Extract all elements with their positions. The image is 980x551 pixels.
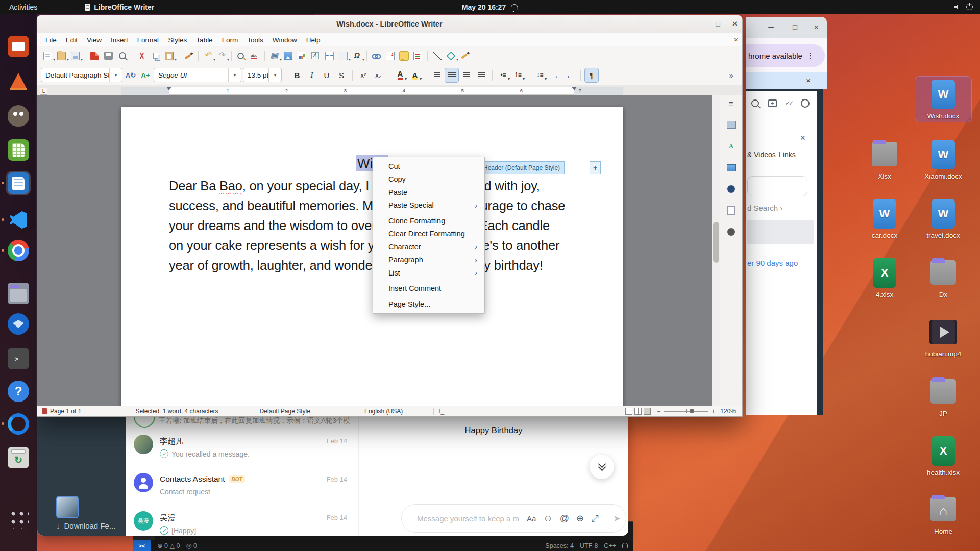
menu-format[interactable]: Format xyxy=(133,35,164,45)
dock-trash[interactable] xyxy=(6,445,31,470)
focused-app-menu[interactable]: LibreOffice Writer xyxy=(85,3,154,11)
font-size-combo[interactable]: 13.5 pt ▾ xyxy=(243,68,282,82)
send-icon[interactable]: ➤ xyxy=(614,513,621,524)
align-center-button[interactable] xyxy=(445,68,458,82)
dock-terminal[interactable] xyxy=(6,346,31,371)
tab-photos-videos[interactable]: & Videos xyxy=(747,151,776,159)
footnote-button[interactable] xyxy=(383,49,397,63)
print-preview-button[interactable] xyxy=(115,49,129,63)
advanced-search-link[interactable]: d Search › xyxy=(747,204,782,212)
copy-button[interactable] xyxy=(149,49,162,63)
document-modified-icon[interactable] xyxy=(42,408,47,414)
undo-button[interactable]: ▾ xyxy=(201,49,215,63)
track-changes-button[interactable] xyxy=(411,49,425,63)
minimize-button[interactable]: ─ xyxy=(698,20,703,28)
basic-shapes-button[interactable]: ▾ xyxy=(444,49,458,63)
close-button[interactable]: × xyxy=(732,19,737,29)
menu-tools[interactable]: Tools xyxy=(242,35,268,45)
sidebar-properties-icon[interactable] xyxy=(725,118,738,131)
tab-links[interactable]: Links xyxy=(779,151,796,159)
scroll-to-bottom-button[interactable] xyxy=(590,455,614,479)
chat-list-item[interactable]: 李超凡 ✓ You recalled a message. Feb 14 xyxy=(126,431,358,467)
zoom-slider[interactable]: − + xyxy=(657,408,715,415)
dock-libreoffice-calc[interactable] xyxy=(6,138,31,162)
insert-comment-button[interactable] xyxy=(397,49,411,63)
clone-formatting-button[interactable] xyxy=(182,49,195,63)
multi-select-icon[interactable]: ✓✓ xyxy=(783,97,794,109)
desktop-icon-xiaomi-docx[interactable]: Xiaomi.docx xyxy=(915,137,971,182)
panel-close-icon[interactable]: × xyxy=(797,132,808,143)
desktop-icon-xlsx-folder[interactable]: Xlsx xyxy=(856,137,913,182)
dock-libreoffice-writer[interactable] xyxy=(6,171,31,195)
selection-status[interactable]: Selected: 1 word, 4 characters xyxy=(135,408,218,415)
menu-view[interactable]: View xyxy=(82,35,106,45)
sidebar-gallery-icon[interactable] xyxy=(725,161,738,174)
add-tab-icon[interactable]: + xyxy=(767,97,778,109)
dropdown-caret-icon[interactable]: ▾ xyxy=(227,57,229,62)
dock-libreoffice-impress[interactable] xyxy=(6,34,31,59)
formatting-marks-button[interactable]: ¶ xyxy=(585,68,598,82)
menu-file[interactable]: File xyxy=(41,35,61,45)
desktop-icon-travel-docx[interactable]: travel.docx xyxy=(915,196,971,241)
result-date-link[interactable]: er 90 days ago xyxy=(747,259,798,267)
chrome-minimize-button[interactable]: ─ xyxy=(768,22,774,31)
download-file-button[interactable]: ↓ Download Fe... xyxy=(56,521,115,530)
insert-line-button[interactable] xyxy=(430,49,444,63)
insert-mode-indicator[interactable]: I_ xyxy=(439,408,444,415)
combo-caret-icon[interactable]: ▾ xyxy=(109,68,122,82)
window-titlebar[interactable]: Wish.docx - LibreOffice Writer ─ □ × xyxy=(37,15,742,33)
sidebar-inspector-icon[interactable] xyxy=(725,226,738,238)
context-list[interactable]: List › xyxy=(373,266,484,280)
numbered-list-button[interactable]: 1≡▾ xyxy=(511,68,525,82)
draw-functions-button[interactable] xyxy=(458,49,472,63)
sidebar-navigator-icon[interactable] xyxy=(725,183,738,195)
combo-caret-icon[interactable]: ▾ xyxy=(268,68,281,82)
document-text-line[interactable]: on your cake represents a wish for your … xyxy=(169,238,559,253)
paste-button[interactable]: ▾ xyxy=(162,49,176,63)
clock-menu[interactable]: May 20 16:27 xyxy=(462,3,518,11)
dropdown-caret-icon[interactable]: ▾ xyxy=(81,57,83,62)
dropdown-caret-icon[interactable]: ▾ xyxy=(175,57,177,62)
chat-list-item[interactable]: 吴漫 吴漫 ✓ [Happy] Feb 14 xyxy=(126,508,358,536)
dock-help[interactable] xyxy=(6,379,31,404)
dock-chat-app[interactable] xyxy=(6,412,31,436)
cut-button[interactable] xyxy=(135,49,149,63)
problems-counter[interactable]: ⊗ 0 △ 0 xyxy=(157,542,180,549)
desktop-icon-4-xlsx[interactable]: 4.xlsx xyxy=(856,255,913,300)
justify-button[interactable] xyxy=(475,68,488,82)
special-character-button[interactable]: ▾ xyxy=(350,49,364,63)
context-page-style[interactable]: Page Style... xyxy=(373,297,484,311)
text-format-icon[interactable]: Aa xyxy=(527,514,536,523)
notifications-bell-icon[interactable] xyxy=(622,542,628,549)
dock-files[interactable] xyxy=(6,281,31,306)
gear-icon[interactable] xyxy=(799,97,811,109)
print-button[interactable] xyxy=(102,49,115,63)
font-name-combo[interactable]: Segoe UI ▾ xyxy=(154,68,241,82)
context-character[interactable]: Character › xyxy=(373,240,484,254)
document-close-icon[interactable]: × xyxy=(734,36,738,44)
chrome-maximize-button[interactable]: □ xyxy=(793,22,797,31)
dock-chrome[interactable] xyxy=(6,238,31,263)
desktop-icon-car-docx[interactable]: car.docx xyxy=(856,196,913,241)
redo-button[interactable]: ▾ xyxy=(215,49,229,63)
menu-insert[interactable]: Insert xyxy=(106,35,133,45)
multi-page-view-icon[interactable] xyxy=(634,408,642,415)
context-paste[interactable]: Paste xyxy=(373,186,484,199)
panel-search-input[interactable] xyxy=(747,176,807,196)
align-right-button[interactable] xyxy=(460,68,473,82)
bullet-list-button[interactable]: •≡▾ xyxy=(497,68,510,82)
menu-help[interactable]: Help xyxy=(302,35,325,45)
indent-marker[interactable] xyxy=(572,87,577,90)
paragraph-style-combo[interactable]: Default Paragraph Styl ▾ xyxy=(41,68,122,82)
menu-edit[interactable]: Edit xyxy=(61,35,82,45)
ports-counter[interactable]: ◎ 0 xyxy=(186,542,197,549)
scrollbar-thumb[interactable] xyxy=(713,222,719,263)
font-color-button[interactable]: A▾ xyxy=(394,68,407,82)
context-paragraph[interactable]: Paragraph › xyxy=(373,254,484,267)
system-status-area[interactable] xyxy=(954,4,980,10)
sidebar-page-icon[interactable] xyxy=(725,204,738,217)
zoom-percentage[interactable]: 120% xyxy=(720,408,736,415)
language-status[interactable]: English (USA) xyxy=(364,408,403,415)
insert-field-button[interactable]: ▾ xyxy=(336,49,350,63)
language-status[interactable]: C++ xyxy=(604,542,616,549)
